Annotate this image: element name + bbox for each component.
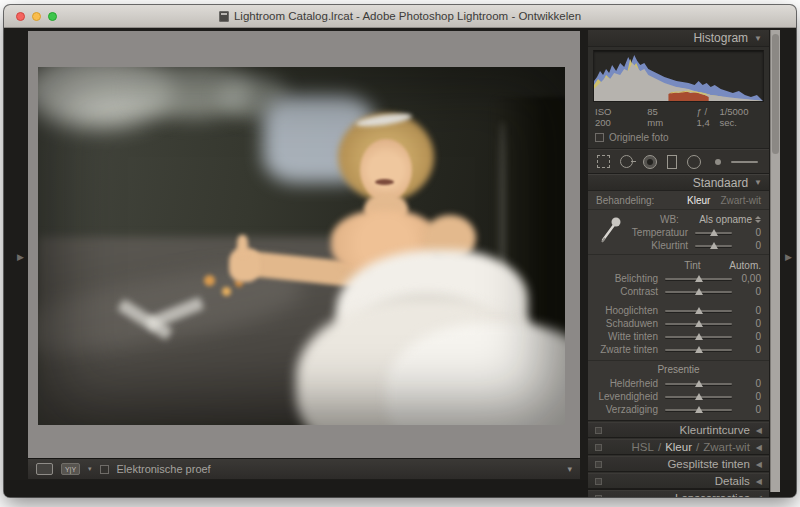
exposure-slider-track[interactable]: [665, 274, 732, 283]
original-photo-checkbox[interactable]: [595, 133, 604, 142]
slider-thumb[interactable]: [710, 229, 718, 236]
details-title: Details: [715, 475, 750, 487]
expand-icon[interactable]: ◀: [756, 477, 762, 486]
original-photo-label: Originele foto: [609, 132, 668, 143]
left-panel-reveal-icon[interactable]: ▶: [17, 252, 24, 262]
close-button[interactable]: [16, 12, 25, 21]
panel-toggle-switch[interactable]: [595, 495, 602, 498]
lens-corrections-title: Lenscorrecties: [675, 492, 750, 497]
soft-proof-checkbox[interactable]: [100, 465, 109, 474]
slider-thumb[interactable]: [695, 393, 703, 400]
kleur-option[interactable]: Kleur: [665, 441, 692, 453]
expand-icon[interactable]: ◀: [756, 426, 762, 435]
basic-collapse-icon[interactable]: ▼: [754, 178, 762, 187]
whites-slider-track[interactable]: [665, 332, 732, 341]
loupe-view-icon[interactable]: [36, 463, 53, 475]
slider-label: Hooglichten: [596, 305, 658, 316]
before-after-icon[interactable]: Y|Y: [61, 463, 80, 475]
minimize-button[interactable]: [32, 12, 41, 21]
histogram-graph[interactable]: [593, 50, 764, 102]
panel-lens-corrections[interactable]: Lenscorrecties ◀: [588, 490, 769, 497]
tone-curve-title: Kleurtintcurve: [680, 424, 750, 436]
spot-removal-tool-icon[interactable]: [620, 155, 633, 168]
panel-toggle-switch[interactable]: [595, 461, 602, 468]
slider-exposure: Belichting 0,00: [588, 272, 769, 285]
panel-split-toning[interactable]: Gesplitste tinten ◀: [588, 456, 769, 472]
slider-value: 0: [739, 227, 761, 238]
panel-hsl-color-bw[interactable]: HSL / Kleur / Zwart-wit ◀: [588, 439, 769, 455]
panel-details[interactable]: Details ◀: [588, 473, 769, 489]
slider-whites: Witte tinten 0: [588, 330, 769, 343]
vibrance-slider-track[interactable]: [665, 392, 732, 401]
tone-section-label: Tint: [658, 260, 727, 271]
slider-thumb[interactable]: [695, 288, 703, 295]
slider-thumb[interactable]: [710, 242, 718, 249]
graduated-filter-tool-icon[interactable]: [667, 155, 677, 169]
slider-thumb[interactable]: [695, 275, 703, 282]
slider-label: Helderheid: [596, 378, 658, 389]
slider-thumb[interactable]: [695, 346, 703, 353]
white-balance-dropper[interactable]: [596, 213, 626, 252]
hsl-option[interactable]: HSL: [632, 441, 654, 453]
slider-label: Kleurtint: [626, 240, 688, 251]
split-toning-title: Gesplitste tinten: [667, 458, 749, 470]
panel-scrollbar[interactable]: [770, 30, 780, 492]
expand-icon[interactable]: ◀: [756, 494, 762, 498]
temperature-slider-track[interactable]: [695, 228, 732, 237]
photo-bride[interactable]: [38, 67, 565, 425]
contrast-slider-track[interactable]: [665, 287, 732, 296]
slider-value: 0: [739, 391, 761, 402]
slider-label: Levendigheid: [596, 391, 658, 402]
slider-label: Witte tinten: [596, 331, 658, 342]
original-photo-row: Originele foto: [588, 129, 769, 149]
crop-tool-icon[interactable]: [597, 155, 610, 168]
exif-focal-length: 85 mm: [647, 106, 672, 128]
exif-aperture: ƒ / 1,4: [696, 106, 719, 128]
tint-slider-track[interactable]: [695, 241, 732, 250]
slider-thumb[interactable]: [695, 307, 703, 314]
highlights-slider-track[interactable]: [665, 306, 732, 315]
panel-toggle-switch[interactable]: [595, 478, 602, 485]
slider-blacks: Zwarte tinten 0: [588, 343, 769, 356]
treatment-label: Behandeling:: [596, 195, 654, 206]
expand-icon[interactable]: ◀: [756, 460, 762, 469]
shadows-slider-track[interactable]: [665, 319, 732, 328]
histogram-collapse-icon[interactable]: ▼: [754, 34, 762, 43]
expand-icon[interactable]: ◀: [756, 443, 762, 452]
panel-tone-curve[interactable]: Kleurtintcurve ◀: [588, 422, 769, 438]
saturation-slider-track[interactable]: [665, 405, 732, 414]
basic-panel-header[interactable]: Standaard ▼: [588, 174, 769, 191]
histogram-panel-header[interactable]: Histogram ▼: [588, 30, 769, 47]
wb-preset-value: Als opname: [699, 214, 752, 225]
slider-label: Contrast: [596, 286, 658, 297]
panel-toggle-switch[interactable]: [595, 444, 602, 451]
auto-tone-button[interactable]: Autom.: [727, 260, 761, 271]
slider-tint: Kleurtint 0: [626, 239, 761, 252]
lightroom-window: Lightroom Catalog.lrcat - Adobe Photosho…: [4, 5, 796, 497]
red-eye-tool-icon[interactable]: [643, 155, 657, 169]
slider-highlights: Hooglichten 0: [588, 304, 769, 317]
clarity-slider-track[interactable]: [665, 379, 732, 388]
wb-preset-dropdown[interactable]: Als opname: [699, 214, 761, 225]
slider-thumb[interactable]: [695, 320, 703, 327]
right-panel-collapse-icon[interactable]: ▶: [785, 252, 792, 262]
histogram-svg: [594, 51, 763, 101]
treatment-color-option[interactable]: Kleur: [687, 195, 710, 206]
exif-shutter: 1/5000 sec.: [719, 106, 762, 128]
zwart-wit-option[interactable]: Zwart-wit: [703, 441, 750, 453]
adjustment-brush-tool-icon[interactable]: [715, 159, 721, 165]
blacks-slider-track[interactable]: [665, 345, 732, 354]
before-after-dropdown-icon[interactable]: ▾: [88, 465, 92, 473]
wb-preset-row: WB: Als opname: [626, 213, 761, 226]
workspace: [28, 31, 580, 458]
treatment-bw-option[interactable]: Zwart-wit: [720, 195, 761, 206]
scrollbar-thumb[interactable]: [772, 34, 779, 154]
slider-thumb[interactable]: [695, 333, 703, 340]
slider-thumb[interactable]: [695, 406, 703, 413]
slider-thumb[interactable]: [695, 380, 703, 387]
toolbar-options-icon[interactable]: ▾: [567, 464, 572, 474]
zoom-button[interactable]: [48, 12, 57, 21]
panel-toggle-switch[interactable]: [595, 427, 602, 434]
radial-filter-tool-icon[interactable]: [687, 155, 701, 169]
slider-value: 0: [739, 286, 761, 297]
